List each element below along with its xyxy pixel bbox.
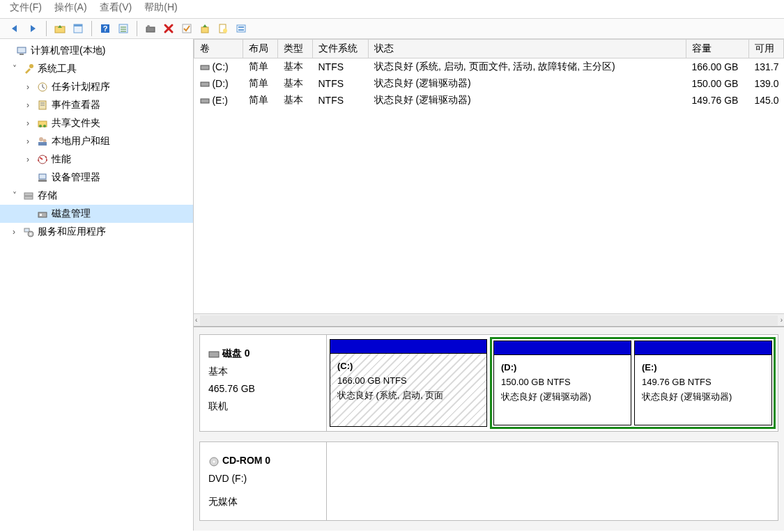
tree-device-manager-label: 设备管理器 — [52, 171, 100, 184]
expand-icon[interactable]: › — [26, 136, 36, 146]
cell-fs: NTFS — [313, 92, 369, 109]
svg-rect-34 — [38, 180, 47, 182]
scroll-left-icon[interactable]: ‹ — [195, 316, 197, 324]
col-type[interactable]: 类型 — [278, 40, 313, 58]
help-icon[interactable]: ? — [98, 21, 113, 36]
col-fs[interactable]: 文件系统 — [313, 40, 369, 58]
disk-0-state: 联机 — [208, 398, 318, 415]
table-row[interactable]: (E:) 简单 基本 NTFS 状态良好 (逻辑驱动器) 149.76 GB 1… — [194, 92, 784, 109]
tree-services-apps[interactable]: › 服务和应用程序 — [0, 223, 193, 241]
tree-device-manager[interactable]: 设备管理器 — [0, 169, 193, 187]
col-capacity[interactable]: 容量 — [686, 40, 749, 58]
tree-disk-management[interactable]: 磁盘管理 — [0, 205, 193, 223]
menu-file[interactable]: 文件(F) — [10, 1, 42, 14]
cell-avail: 139.0 — [749, 75, 784, 92]
menu-help[interactable]: 帮助(H) — [144, 1, 177, 14]
tree-event-viewer-label: 事件查看器 — [52, 99, 100, 111]
back-button[interactable] — [7, 21, 22, 36]
menu-action[interactable]: 操作(A) — [54, 1, 87, 14]
svg-point-14 — [223, 29, 227, 33]
table-row[interactable]: (D:) 简单 基本 NTFS 状态良好 (逻辑驱动器) 150.00 GB 1… — [194, 75, 784, 92]
col-status[interactable]: 状态 — [369, 40, 686, 58]
cdrom-state: 无媒体 — [208, 493, 318, 510]
cell-layout: 简单 — [243, 75, 278, 92]
tree-root[interactable]: 计算机管理(本地) — [0, 42, 193, 60]
export-icon[interactable] — [197, 21, 213, 36]
new-icon[interactable] — [215, 21, 231, 36]
partition-e[interactable]: (E:) 149.76 GB NTFS 状态良好 (逻辑驱动器) — [634, 341, 772, 425]
disk-0-type: 基本 — [208, 363, 318, 380]
cell-vol: (D:) — [212, 78, 228, 89]
svg-rect-36 — [24, 196, 33, 199]
tree-shared-folders[interactable]: › 共享文件夹 — [0, 114, 193, 132]
partition-c-drive: (C:) — [337, 359, 479, 374]
svg-rect-33 — [39, 174, 46, 179]
disk-0-row[interactable]: 磁盘 0 基本 465.76 GB 联机 (C:) 166.00 GB NTFS… — [199, 334, 778, 432]
tree-local-users[interactable]: › 本地用户和组 — [0, 132, 193, 150]
shared-folder-icon — [36, 117, 49, 130]
cell-type: 基本 — [278, 92, 313, 109]
expand-icon[interactable]: ˅ — [13, 191, 22, 201]
table-row[interactable]: (C:) 简单 基本 NTFS 状态良好 (系统, 启动, 页面文件, 活动, … — [194, 58, 784, 76]
svg-point-26 — [39, 125, 42, 127]
col-available[interactable]: 可用 — [749, 40, 784, 58]
forward-button[interactable] — [25, 21, 40, 36]
properties-icon[interactable] — [70, 21, 86, 36]
volume-icon — [200, 81, 210, 88]
expand-icon[interactable]: › — [26, 118, 36, 128]
svg-point-20 — [29, 64, 33, 68]
svg-rect-19 — [20, 54, 24, 55]
partition-e-size: 149.76 GB NTFS — [642, 375, 764, 390]
check-icon[interactable] — [179, 21, 194, 36]
partition-d[interactable]: (D:) 150.00 GB NTFS 状态良好 (逻辑驱动器) — [493, 341, 631, 425]
partition-c-status: 状态良好 (系统, 启动, 页面 — [337, 389, 479, 403]
partition-e-status: 状态良好 (逻辑驱动器) — [642, 390, 764, 405]
cell-avail: 145.0 — [749, 92, 784, 109]
svg-rect-9 — [146, 27, 155, 32]
expand-icon[interactable]: › — [26, 155, 36, 164]
svg-rect-30 — [38, 142, 47, 146]
tree-system-tools[interactable]: ˅ 系统工具 — [0, 60, 193, 78]
list-view-icon[interactable] — [116, 21, 131, 36]
cell-vol: (C:) — [212, 61, 228, 72]
disk-0-title: 磁盘 0 — [222, 347, 250, 359]
svg-point-41 — [30, 233, 32, 235]
expand-icon[interactable]: ˅ — [13, 64, 22, 74]
up-folder-icon[interactable] — [52, 21, 68, 36]
expand-icon[interactable]: › — [13, 227, 22, 237]
menu-view[interactable]: 查看(V) — [100, 1, 132, 14]
cell-type: 基本 — [278, 58, 313, 76]
scroll-right-icon[interactable]: › — [781, 316, 783, 324]
cdrom-type: DVD (F:) — [208, 470, 318, 487]
svg-text:?: ? — [103, 24, 108, 33]
tree-performance[interactable]: › 性能 — [0, 150, 193, 169]
col-volume[interactable]: 卷 — [194, 40, 243, 58]
svg-rect-12 — [201, 27, 208, 33]
tree-task-scheduler[interactable]: › 任务计划程序 — [0, 78, 193, 96]
settings-icon[interactable] — [233, 21, 249, 36]
tree-storage[interactable]: ˅ 存储 — [0, 187, 193, 205]
cdrom-row[interactable]: CD-ROM 0 DVD (F:) 无媒体 — [199, 441, 778, 521]
tree-event-viewer[interactable]: › 事件查看器 — [0, 96, 193, 114]
partition-c-size: 166.00 GB NTFS — [337, 374, 479, 389]
event-icon — [36, 99, 49, 111]
svg-point-29 — [43, 139, 47, 143]
svg-rect-37 — [38, 212, 47, 217]
delete-icon[interactable] — [161, 21, 176, 36]
refresh-icon[interactable] — [143, 21, 158, 36]
horizontal-scrollbar[interactable]: ‹ › — [194, 313, 784, 326]
volume-table: 卷 布局 类型 文件系统 状态 容量 可用 (C:) 简单 基本 NTFS — [194, 39, 784, 313]
tree-performance-label: 性能 — [52, 153, 71, 166]
tree-disk-management-label: 磁盘管理 — [52, 208, 91, 220]
expand-icon[interactable]: › — [26, 100, 36, 110]
partition-c[interactable]: (C:) 166.00 GB NTFS 状态良好 (系统, 启动, 页面 — [330, 339, 487, 427]
svg-point-27 — [43, 125, 46, 127]
cdrom-title: CD-ROM 0 — [222, 455, 270, 466]
disk-icon — [36, 208, 49, 220]
volume-icon — [200, 97, 210, 104]
tools-icon — [22, 63, 35, 75]
col-layout[interactable]: 布局 — [243, 40, 278, 58]
cell-cap: 149.76 GB — [686, 92, 749, 109]
expand-icon[interactable]: › — [26, 82, 36, 92]
cell-layout: 简单 — [243, 92, 278, 109]
